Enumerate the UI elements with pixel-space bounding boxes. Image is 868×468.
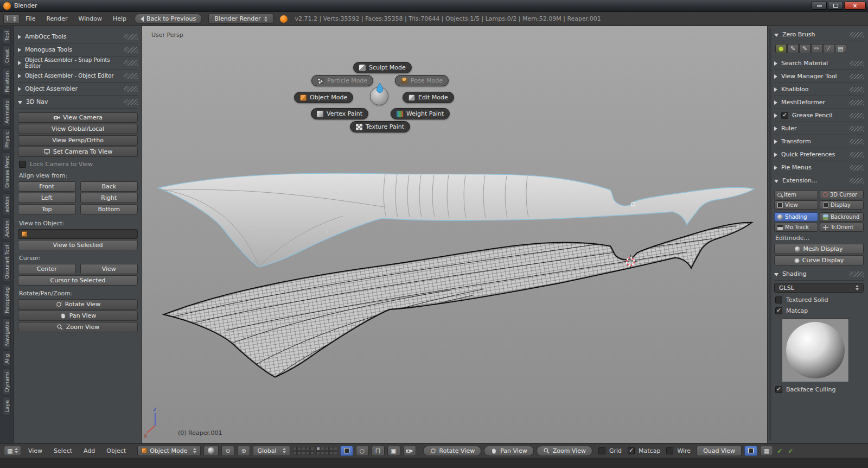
tab-navigation[interactable]: Navigatio <box>3 318 11 349</box>
brush-pencil-button[interactable]: ✎ <box>787 44 799 53</box>
layer-cell[interactable] <box>316 451 320 455</box>
brush-layers-button[interactable]: ▤ <box>835 44 846 53</box>
view-persp-ortho-button[interactable]: View Persp/Ortho <box>18 135 138 146</box>
mesh-display-button[interactable]: Mesh Display <box>774 244 864 254</box>
view-to-selected-button[interactable]: View to Selected <box>18 240 138 250</box>
panel-drag-handle[interactable] <box>124 86 138 92</box>
panel-drag-handle[interactable] <box>850 74 864 79</box>
glsl-dropdown[interactable]: GLSL <box>774 283 864 293</box>
menu-select[interactable]: Select <box>49 446 76 456</box>
layer-cell[interactable] <box>310 451 314 455</box>
layer-cell[interactable] <box>329 451 333 455</box>
panel-drag-handle[interactable] <box>124 99 138 105</box>
panel-drag-handle[interactable] <box>850 87 864 92</box>
layer-cell[interactable] <box>297 451 301 455</box>
panel-drag-handle[interactable] <box>124 60 138 66</box>
brush-round-button[interactable]: ● <box>775 44 787 53</box>
tab-dynamic[interactable]: Dynami <box>3 369 11 395</box>
tab-physics[interactable]: Physic <box>3 128 11 151</box>
zoom-view-button[interactable]: Zoom View <box>18 322 138 332</box>
screencast-button[interactable] <box>744 446 757 456</box>
menu-add[interactable]: Add <box>79 446 99 456</box>
quad-view-button[interactable]: Quad View <box>697 446 742 456</box>
tab-layers[interactable]: Laye <box>3 397 11 416</box>
toggle-item[interactable]: Item <box>774 190 818 199</box>
panel-drag-handle[interactable] <box>850 61 864 66</box>
tab-retopology[interactable]: Retopolog <box>3 284 11 317</box>
layer-cell[interactable] <box>293 447 297 451</box>
toggle-background[interactable]: Backround <box>820 212 864 222</box>
panel-header-shading[interactable]: Shading <box>774 268 864 281</box>
view-to-object-field[interactable] <box>18 229 138 239</box>
panel-header-object-assembler[interactable]: Object Assembler <box>18 83 138 96</box>
panel-drag-handle[interactable] <box>850 152 864 157</box>
pan-view-button[interactable]: Pan View <box>18 311 138 321</box>
panel-drag-handle[interactable] <box>850 100 864 105</box>
menu-render[interactable]: Render <box>41 14 72 24</box>
layer-cell[interactable] <box>306 447 310 451</box>
layer-cell[interactable] <box>310 447 314 451</box>
orientation-dropdown[interactable]: Global <box>253 446 290 456</box>
align-top-button[interactable]: Top <box>18 204 76 214</box>
header-rotate-view-button[interactable]: Rotate View <box>423 446 482 456</box>
view-camera-button[interactable]: View Camera <box>18 112 138 123</box>
manipulator-toggle-button[interactable]: ⊕ <box>237 446 250 456</box>
brush-airbrush-button[interactable]: ✏ <box>811 44 822 53</box>
lock-camera-to-view-checkbox[interactable] <box>19 161 26 168</box>
pie-center-widget[interactable] <box>370 87 388 105</box>
panel-drag-handle[interactable] <box>124 47 138 53</box>
align-left-button[interactable]: Left <box>18 193 76 203</box>
panel-header-monogusa-tools[interactable]: Monogusa Tools <box>18 43 138 56</box>
matcap-checkbox[interactable] <box>775 307 782 314</box>
panel-drag-handle[interactable] <box>850 126 864 131</box>
menu-window[interactable]: Window <box>74 14 107 24</box>
view-global-local-button[interactable]: View Global/Local <box>18 124 138 134</box>
brush-line-button[interactable]: ⁄ <box>823 44 834 53</box>
set-camera-to-view-button[interactable]: Set Camera To View <box>18 147 138 157</box>
panel-header-zero-brush[interactable]: Zero Brush <box>774 28 864 41</box>
layer-cell[interactable] <box>329 447 333 451</box>
header-pan-view-button[interactable]: Pan View <box>484 446 533 456</box>
pie-edit-mode[interactable]: Edit Mode <box>403 92 454 103</box>
panel-header-ruler[interactable]: Ruler <box>774 122 864 135</box>
pivot-point-dropdown[interactable]: ⊙ <box>221 446 234 456</box>
snap-toggle-button[interactable]: ⋃ <box>372 446 385 456</box>
panel-drag-handle[interactable] <box>850 165 864 170</box>
panel-header-view-manager[interactable]: View Manager Tool <box>774 70 864 83</box>
brush-pen-button[interactable]: ✎ <box>799 44 810 53</box>
cursor-view-button[interactable]: View <box>80 264 138 274</box>
maximize-button[interactable] <box>828 2 843 10</box>
layer-cell[interactable] <box>334 447 337 451</box>
toggle-transform-orientation[interactable]: Tr.Orient <box>820 223 864 232</box>
toggle-shading[interactable]: Shading <box>774 212 818 222</box>
panel-header-oa-snap-points[interactable]: Object Assembler - Snap Points Editor <box>18 56 138 69</box>
layer-cell[interactable] <box>325 447 329 451</box>
layer-cell[interactable] <box>321 447 324 451</box>
pie-object-mode[interactable]: Object Mode <box>294 92 353 103</box>
close-button[interactable]: × <box>844 2 866 10</box>
align-right-button[interactable]: Right <box>80 193 138 203</box>
panel-header-grease-pencil[interactable]: Grease Pencil <box>774 109 864 122</box>
toggle-motion-track[interactable]: Mo.Track <box>774 223 818 232</box>
pie-vertex-paint[interactable]: Vertex Paint <box>311 108 368 119</box>
wire-checkbox[interactable] <box>666 447 673 454</box>
panel-header-3d-nav[interactable]: 3D Nav <box>18 96 138 109</box>
align-front-button[interactable]: Front <box>18 181 76 192</box>
menu-object[interactable]: Object <box>102 446 130 456</box>
menu-help[interactable]: Help <box>108 14 131 24</box>
panel-header-quick-preferences[interactable]: Quick Preferences <box>774 148 864 161</box>
panel-drag-handle[interactable] <box>850 139 864 144</box>
panel-header-search-material[interactable]: Search Material <box>774 57 864 70</box>
viewport-canvas[interactable]: x z <box>142 26 767 443</box>
viewport-editor-selector[interactable]: ▦ <box>4 446 21 456</box>
layer-cell-active[interactable] <box>316 447 320 451</box>
tab-animation[interactable]: Animatio <box>3 97 11 127</box>
pie-sculpt-mode[interactable]: Sculpt Mode <box>353 62 412 73</box>
pie-weight-paint[interactable]: Weight Paint <box>391 108 450 119</box>
render-engine-select[interactable]: Blender Render <box>208 14 273 24</box>
layer-cell[interactable] <box>302 451 305 455</box>
tab-tool[interactable]: Tool <box>3 28 11 44</box>
panel-drag-handle[interactable] <box>850 113 864 118</box>
confirm-check-icon[interactable]: ✓ <box>776 447 784 455</box>
layer-cell[interactable] <box>302 447 305 451</box>
